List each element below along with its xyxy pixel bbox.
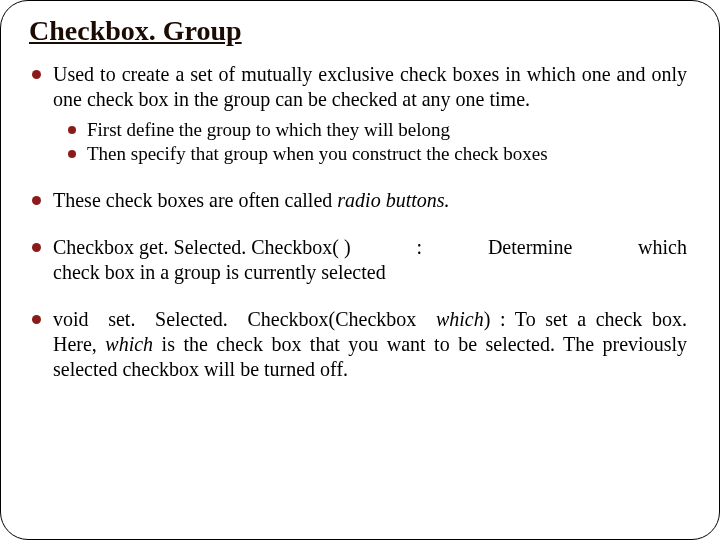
bullet-4-sig-italic: which [436,308,484,330]
bullet-4-sigline: void set. Selected. Checkbox(Checkbox wh… [53,308,490,330]
bullet-3-line1: Checkbox get. Selected. Checkbox( ) : De… [53,235,687,260]
bullet-list: Used to create a set of mutually exclusi… [29,62,691,382]
bullet-4-sig: void set. Selected. Checkbox(Checkbox [53,308,436,330]
bullet-4-which2: which [105,333,153,355]
slide-frame: Checkbox. Group Used to create a set of … [0,0,720,540]
sub-bullet-list: First define the group to which they wil… [65,118,687,166]
bullet-2-italic: radio buttons. [337,189,449,211]
bullet-2: These check boxes are often called radio… [29,188,687,213]
bullet-3-signature: Checkbox get. Selected. Checkbox( ) [53,235,351,260]
sub-bullet-1: First define the group to which they wil… [65,118,687,142]
bullet-3-which: which [638,235,687,260]
bullet-1-text: Used to create a set of mutually exclusi… [53,63,687,110]
bullet-3-determine: Determine [488,235,572,260]
slide-title: Checkbox. Group [29,13,691,48]
bullet-3-colon: : [417,235,423,260]
bullet-3-line2: check box in a group is currently select… [53,260,687,285]
sub-bullet-2: Then specify that group when you constru… [65,142,687,166]
bullet-1: Used to create a set of mutually exclusi… [29,62,687,166]
bullet-2-prefix: These check boxes are often called [53,189,337,211]
bullet-4: void set. Selected. Checkbox(Checkbox wh… [29,307,687,382]
bullet-3: Checkbox get. Selected. Checkbox( ) : De… [29,235,687,285]
